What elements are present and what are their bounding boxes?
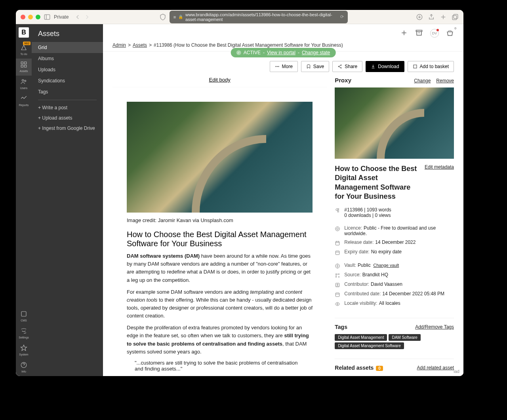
related-count-badge: 0 (376, 366, 383, 371)
svg-point-21 (278, 66, 279, 67)
shield-icon[interactable] (159, 13, 166, 21)
proxy-remove-link[interactable]: Remove (436, 78, 454, 84)
close-window-button[interactable] (21, 15, 25, 19)
article-p3: Despite the proliferation of extra featu… (127, 324, 313, 356)
brand-logo[interactable]: B (19, 27, 29, 38)
sidebar-syndications[interactable]: Syndications (32, 75, 103, 86)
image-credit: Image credit: Jaromir Kavan via Unsplash… (127, 217, 313, 224)
article-title: How to Choose the Best Digital Asset Man… (127, 230, 313, 248)
tag-item[interactable]: Digital Asset Management (335, 334, 387, 341)
svg-point-41 (339, 276, 339, 277)
rail-users[interactable]: Users (16, 76, 32, 93)
crumb-assets[interactable]: Assets (133, 42, 147, 48)
reload-icon[interactable]: ⟳ (340, 14, 344, 19)
forward-button[interactable] (84, 13, 91, 21)
sidebar-tags[interactable]: Tags (32, 86, 103, 97)
add-remove-tags-link[interactable]: Add/Remove Tags (415, 324, 454, 330)
tags-heading: Tags (335, 324, 347, 330)
sidebar-toggle-icon[interactable] (44, 13, 51, 21)
maximize-window-button[interactable] (36, 15, 40, 19)
id-words: #113986 | 1093 words (344, 207, 391, 213)
proxy-heading: Proxy (335, 77, 351, 84)
svg-point-43 (336, 276, 337, 277)
svg-point-29 (337, 228, 339, 230)
sidebar-ingest-gdrive[interactable]: + Ingest from Google Drive (32, 123, 103, 133)
edit-metadata-link[interactable]: Edit metadata (425, 164, 454, 170)
article-quote: "...customers are still trying to solve … (135, 360, 305, 372)
stats: 0 downloads | 0 views (344, 213, 391, 218)
rail-reports[interactable]: Reports (16, 93, 32, 110)
rail-todo[interactable]: 982 To do (16, 42, 32, 59)
svg-point-12 (25, 80, 26, 82)
download-button[interactable]: Download (366, 61, 404, 72)
tabs-icon[interactable] (452, 13, 459, 21)
content-header: DV 0 Admin > Assets > #113986 (How to Ch… (103, 24, 463, 51)
add-to-basket-button[interactable]: Add to basket (408, 61, 454, 72)
share-icon[interactable] (428, 13, 435, 21)
person-icon (335, 282, 340, 288)
change-state-link[interactable]: Change state (302, 50, 330, 55)
sidebar-grid[interactable]: Grid (32, 42, 103, 53)
new-tab-icon[interactable] (440, 13, 447, 21)
save-button[interactable]: Save (301, 61, 329, 72)
tag-item[interactable]: DAM Software (389, 334, 420, 341)
tag-item[interactable]: Digital Asset Management Software (335, 342, 404, 349)
article-p1: DAM software systems (DAM) have been aro… (127, 252, 313, 284)
rail-settings[interactable]: Settings (16, 325, 32, 342)
more-button[interactable]: More (270, 61, 298, 72)
edit-body-link[interactable]: Edit body (112, 77, 327, 83)
rail-cms[interactable]: CMS (16, 308, 32, 325)
svg-marker-14 (21, 345, 27, 351)
proxy-image (335, 87, 454, 159)
add-icon[interactable] (400, 29, 408, 37)
checkmark-icon: ✓ (236, 50, 241, 55)
svg-point-24 (341, 68, 341, 68)
user-avatar[interactable]: DV (430, 29, 439, 38)
view-in-portal-link[interactable]: View in portal (267, 50, 295, 55)
minimize-window-button[interactable] (28, 15, 33, 19)
proxy-change-link[interactable]: Change (414, 78, 431, 84)
rail-assets[interactable]: Assets (16, 59, 32, 76)
svg-rect-34 (336, 251, 339, 254)
sidebar-write-post[interactable]: + Write a post (32, 103, 103, 113)
svg-point-42 (339, 274, 339, 274)
svg-point-22 (341, 65, 341, 66)
svg-point-37 (337, 265, 339, 267)
paragraph-icon (335, 208, 340, 213)
url-box[interactable]: ≡ 🔒 www.brandkitapp.com/admin/assets/113… (170, 11, 348, 23)
article-p2: For example some DAM software vendors ar… (127, 288, 313, 320)
related-heading: Related assets0 (335, 365, 383, 371)
reader-icon: ≡ (173, 15, 176, 19)
download-icon[interactable] (416, 13, 423, 21)
sidebar-upload-assets[interactable]: + Upload assets (32, 113, 103, 123)
back-button[interactable] (74, 13, 81, 21)
sidebar-albums[interactable]: Albums (32, 53, 103, 64)
archive-icon[interactable] (415, 29, 423, 37)
svg-rect-8 (25, 62, 27, 64)
related-section-head: Related assets0 Add related asset (335, 359, 454, 371)
region-label: iad (454, 369, 459, 374)
svg-rect-9 (21, 65, 23, 67)
svg-line-25 (339, 65, 341, 67)
share-button[interactable]: Share (332, 61, 362, 72)
svg-rect-6 (452, 15, 457, 20)
add-related-link[interactable]: Add related asset (417, 365, 454, 371)
svg-rect-18 (416, 30, 422, 31)
proxy-header: Proxy Change Remove (335, 77, 454, 84)
basket-icon[interactable]: 0 (446, 29, 454, 37)
sidebar-uploads[interactable]: Uploads (32, 64, 103, 75)
svg-rect-7 (21, 62, 23, 64)
rail-system[interactable]: System (16, 342, 32, 359)
app-body: B 982 To do Assets Users Reports CMS (16, 24, 463, 376)
hero-image (127, 102, 313, 213)
browser-window: Private ≡ 🔒 www.brandkitapp.com/admin/as… (16, 10, 463, 376)
svg-point-20 (277, 66, 278, 67)
status-state: ACTIVE (244, 50, 261, 55)
calendar-icon (335, 250, 340, 255)
svg-rect-5 (454, 14, 458, 19)
crumb-current: #113986 (How to Choose the Best Digital … (154, 42, 343, 48)
rail-info[interactable]: Info (16, 359, 32, 376)
change-vault-link[interactable]: Change vault (373, 263, 399, 268)
svg-rect-48 (336, 293, 339, 296)
crumb-admin[interactable]: Admin (112, 42, 126, 48)
